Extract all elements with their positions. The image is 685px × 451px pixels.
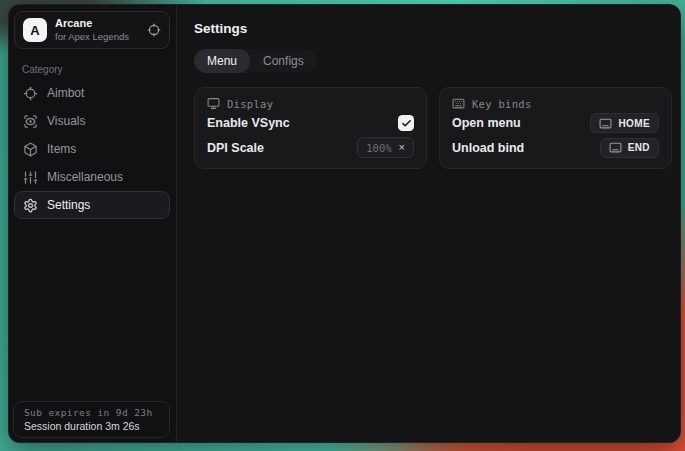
unload-keybind[interactable]: END	[600, 138, 659, 158]
vsync-checkbox[interactable]	[398, 115, 414, 131]
tab-menu[interactable]: Menu	[194, 49, 250, 73]
sliders-icon	[23, 170, 38, 185]
sidebar-item-visuals[interactable]: Visuals	[14, 107, 170, 135]
keybind-value: HOME	[618, 118, 650, 129]
app-window: A Arcane for Apex Legends Category Aimbo…	[8, 4, 681, 443]
gear-icon	[23, 198, 38, 213]
sidebar-item-miscellaneous[interactable]: Miscellaneous	[14, 163, 170, 191]
sidebar-item-aimbot[interactable]: Aimbot	[14, 79, 170, 107]
package-icon	[23, 142, 38, 157]
brand-text: Arcane for Apex Legends	[55, 17, 139, 43]
sidebar-item-label: Visuals	[47, 114, 85, 128]
dpi-value: 100%	[366, 142, 391, 154]
sidebar-item-settings[interactable]: Settings	[14, 191, 170, 219]
brand-logo: A	[23, 18, 47, 42]
monitor-icon	[207, 97, 220, 110]
open-menu-label: Open menu	[452, 116, 521, 130]
check-icon	[401, 118, 412, 129]
keyboard-icon	[609, 141, 622, 154]
vsync-row: Enable VSync	[207, 112, 414, 135]
target-icon[interactable]	[147, 23, 161, 37]
keyboard-icon	[599, 117, 612, 130]
unload-bind-row: Unload bind END	[452, 137, 659, 160]
display-card-header: Display	[207, 97, 414, 110]
settings-cards: Display Enable VSync DPI Scale 100% ×	[194, 87, 672, 169]
sidebar-nav: Aimbot Visuals Items Miscellaneous	[9, 79, 176, 219]
keybinds-card-title: Key binds	[472, 98, 532, 110]
sidebar-item-label: Aimbot	[47, 86, 84, 100]
display-card: Display Enable VSync DPI Scale 100% ×	[194, 87, 427, 169]
unload-bind-label: Unload bind	[452, 141, 524, 155]
clear-icon[interactable]: ×	[399, 142, 405, 153]
keybind-value: END	[628, 142, 650, 153]
settings-tab-group: Menu Configs	[194, 49, 317, 73]
brand-name: Arcane	[55, 17, 139, 31]
keybinds-card: Key binds Open menu HOME Unload bind	[439, 87, 672, 169]
main-content: Settings Menu Configs Display Enable VSy…	[177, 5, 681, 442]
sidebar-item-items[interactable]: Items	[14, 135, 170, 163]
open-menu-keybind[interactable]: HOME	[590, 113, 659, 133]
dpi-label: DPI Scale	[207, 141, 264, 155]
sidebar-spacer	[9, 219, 176, 401]
sidebar-item-label: Items	[47, 142, 76, 156]
vsync-label: Enable VSync	[207, 116, 290, 130]
keybinds-card-header: Key binds	[452, 97, 659, 110]
tab-configs[interactable]: Configs	[250, 49, 317, 73]
sidebar: A Arcane for Apex Legends Category Aimbo…	[9, 5, 177, 442]
display-card-title: Display	[227, 98, 273, 110]
sidebar-item-label: Miscellaneous	[47, 170, 123, 184]
sub-expiry-text: Sub expires in 9d 23h	[24, 407, 159, 418]
session-duration-text: Session duration 3m 26s	[24, 420, 159, 432]
subscription-status-card: Sub expires in 9d 23h Session duration 3…	[13, 401, 170, 438]
crosshair-icon	[23, 86, 38, 101]
sidebar-item-label: Settings	[47, 198, 90, 212]
open-menu-row: Open menu HOME	[452, 112, 659, 135]
keyboard-icon	[452, 97, 465, 110]
dpi-scale-input[interactable]: 100% ×	[357, 137, 414, 158]
dpi-row: DPI Scale 100% ×	[207, 137, 414, 160]
brand-subtitle: for Apex Legends	[55, 31, 139, 43]
scan-eye-icon	[23, 114, 38, 129]
category-label: Category	[22, 64, 176, 75]
page-title: Settings	[194, 21, 672, 36]
brand-card: A Arcane for Apex Legends	[14, 11, 170, 49]
